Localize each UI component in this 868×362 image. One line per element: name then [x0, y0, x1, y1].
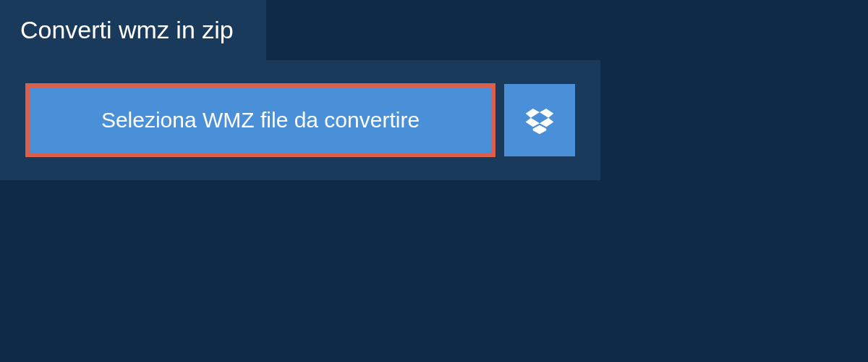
tab-label: Converti wmz in zip [20, 16, 234, 43]
dropbox-icon [524, 105, 555, 135]
tab-container: Converti wmz in zip [0, 0, 266, 60]
select-file-button[interactable]: Seleziona WMZ file da convertire [25, 83, 495, 157]
tab-convert[interactable]: Converti wmz in zip [0, 0, 266, 60]
select-file-label: Seleziona WMZ file da convertire [101, 108, 420, 132]
dropbox-button[interactable] [504, 84, 575, 156]
upload-panel: Seleziona WMZ file da convertire [0, 60, 600, 180]
